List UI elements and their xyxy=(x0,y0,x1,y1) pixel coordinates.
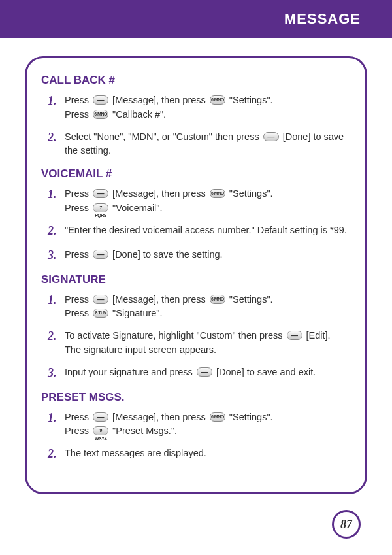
step-number: 1. xyxy=(48,92,65,110)
signature-step-2: 2. To activate Signature, highlight "Cus… xyxy=(41,328,351,358)
ok-key-icon: — xyxy=(93,95,108,105)
section-heading-callback: CALL BACK # xyxy=(41,74,351,87)
key-9-icon: 9 WXYZ xyxy=(93,426,108,435)
key-6-icon: 6 MNO xyxy=(210,412,225,422)
text: The signature input screen appears. xyxy=(65,345,216,355)
key-6-icon: 6 MNO xyxy=(210,295,225,304)
step-text: Press — [Done] to save the setting. xyxy=(65,246,351,262)
step-text: To activate Signature, highlight "Custom… xyxy=(65,328,351,358)
section-heading-preset: PRESET MSGS. xyxy=(41,391,351,404)
voicemail-step-3: 3. Press — [Done] to save the setting. xyxy=(41,246,351,264)
ok-key-icon: — xyxy=(93,189,108,198)
text: [Done] to save the setting. xyxy=(110,249,223,260)
text: To activate Signature, highlight "Custom… xyxy=(65,330,286,341)
signature-step-1: 1. Press — [Message], then press 6 MNO "… xyxy=(41,292,351,322)
ok-key-icon: — xyxy=(263,132,279,141)
step-number: 2. xyxy=(48,222,65,240)
callback-step-2: 2. Select "None", "MDN", or "Custom" the… xyxy=(41,129,351,159)
step-text: Select "None", "MDN", or "Custom" then p… xyxy=(65,129,351,159)
ok-key-icon: — xyxy=(93,295,108,304)
text: Press xyxy=(65,426,91,436)
section-heading-signature: SIGNATURE xyxy=(41,273,351,286)
text: [Done] to save and exit. xyxy=(214,367,316,377)
content-box: CALL BACK # 1. Press — [Message], then p… xyxy=(25,56,367,494)
step-text: Press — [Message], then press 6 MNO "Set… xyxy=(65,186,351,216)
step-number: 2. xyxy=(48,129,65,146)
text: "Settings". xyxy=(227,95,273,105)
step-text: Press — [Message], then press 6 MNO "Set… xyxy=(65,409,351,439)
header-title: MESSAGE xyxy=(284,10,361,27)
step-number: 3. xyxy=(48,246,65,264)
text: "Callback #". xyxy=(110,109,166,120)
voicemail-step-2: 2. "Enter the desired voicemail access n… xyxy=(41,222,351,240)
key-6-icon: 6 MNO xyxy=(93,110,108,119)
text: Press xyxy=(65,249,91,260)
text: Press xyxy=(65,294,91,305)
step-number: 1. xyxy=(48,292,65,309)
text: [Message], then press xyxy=(110,188,208,199)
text: [Message], then press xyxy=(110,412,208,422)
text: [Message], then press xyxy=(110,294,208,305)
step-text: The text messages are displayed. xyxy=(65,445,351,461)
step-number: 1. xyxy=(48,186,65,203)
page-number: 87 xyxy=(332,510,361,539)
step-number: 2. xyxy=(48,328,65,345)
text: Input your signature and press xyxy=(65,367,195,377)
step-text: Press — [Message], then press 6 MNO "Set… xyxy=(65,292,351,322)
step-number: 1. xyxy=(48,409,65,427)
key-7-icon: 7 PQRS xyxy=(93,203,108,212)
text: Select "None", "MDN", or "Custom" then p… xyxy=(65,131,262,142)
key-8-icon: 8 TUV xyxy=(93,309,108,318)
text: "Settings". xyxy=(227,188,273,199)
ok-key-icon: — xyxy=(93,250,108,259)
step-text: "Enter the desired voicemail access numb… xyxy=(65,222,351,238)
text: Press xyxy=(65,188,91,199)
text: [Edit]. xyxy=(304,330,331,341)
ok-key-icon: — xyxy=(93,412,108,422)
ok-key-icon: — xyxy=(287,331,302,340)
preset-step-2: 2. The text messages are displayed. xyxy=(41,445,351,463)
step-number: 3. xyxy=(48,364,65,382)
text: Press xyxy=(65,412,91,422)
text: "Signature". xyxy=(110,308,162,318)
text: Press xyxy=(65,203,91,213)
text: [Message], then press xyxy=(110,95,208,105)
key-6-icon: 6 MNO xyxy=(210,95,225,105)
text: "Preset Msgs.". xyxy=(110,426,177,436)
text: "Voicemail". xyxy=(110,203,162,213)
page-number-wrap: 87 xyxy=(0,510,392,539)
content-wrapper: CALL BACK # 1. Press — [Message], then p… xyxy=(0,38,392,501)
text: "Settings". xyxy=(227,412,273,422)
text: Press xyxy=(65,95,91,105)
header-bar: MESSAGE xyxy=(0,0,392,38)
text: "Settings". xyxy=(227,294,273,305)
signature-step-3: 3. Input your signature and press — [Don… xyxy=(41,364,351,382)
key-6-icon: 6 MNO xyxy=(210,189,225,198)
ok-key-icon: — xyxy=(197,367,212,377)
callback-step-1: 1. Press — [Message], then press 6 MNO "… xyxy=(41,92,351,122)
voicemail-step-1: 1. Press — [Message], then press 6 MNO "… xyxy=(41,186,351,216)
preset-step-1: 1. Press — [Message], then press 6 MNO "… xyxy=(41,409,351,439)
section-heading-voicemail: VOICEMAIL # xyxy=(41,167,351,180)
step-number: 2. xyxy=(48,445,65,463)
text: Press xyxy=(65,109,91,120)
step-text: Press — [Message], then press 6 MNO "Set… xyxy=(65,92,351,122)
text: Press xyxy=(65,308,91,318)
step-text: Input your signature and press — [Done] … xyxy=(65,364,351,380)
